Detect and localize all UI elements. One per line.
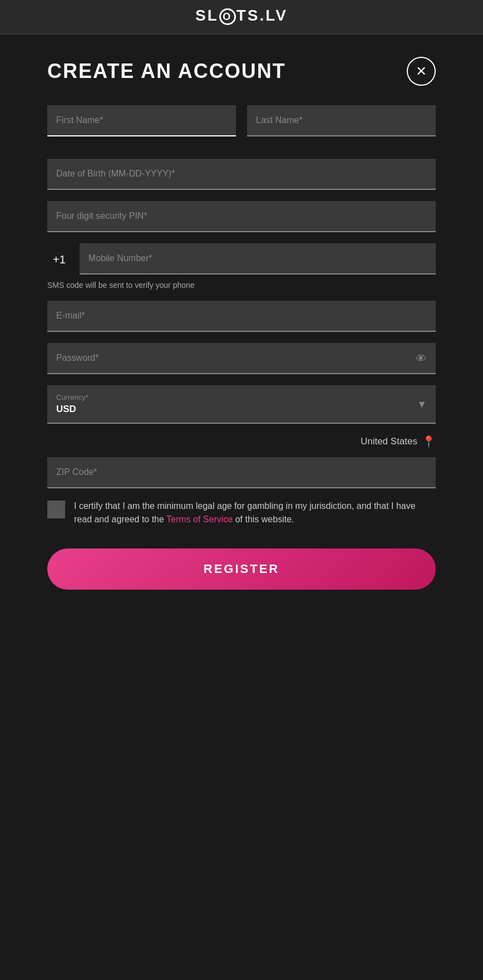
last-name-input[interactable]	[247, 105, 436, 136]
dob-input[interactable]	[47, 159, 436, 190]
age-certification-label: I certify that I am the minimum legal ag…	[74, 499, 436, 526]
location-pin-icon: 📍	[422, 435, 436, 448]
form-header: CREATE AN ACCOUNT	[47, 57, 436, 86]
mobile-group	[80, 243, 436, 275]
location-row: United States 📍	[47, 435, 436, 448]
first-name-group	[47, 105, 236, 136]
location-text: United States	[361, 436, 417, 447]
dob-group	[47, 159, 436, 190]
password-group: 👁	[47, 343, 436, 374]
checkbox-text-after: of this website.	[233, 514, 294, 524]
password-input[interactable]	[47, 343, 436, 374]
last-name-group	[247, 105, 436, 136]
terms-of-service-link[interactable]: Terms of Service	[166, 514, 233, 524]
site-header: SLOTS.LV	[0, 0, 483, 35]
pin-input[interactable]	[47, 201, 436, 232]
country-code: +1	[47, 243, 71, 276]
zip-input[interactable]	[47, 457, 436, 488]
currency-group: Currency* USD ▼	[47, 385, 436, 424]
registration-form-container: CREATE AN ACCOUNT +1 SMS code will be se…	[0, 35, 483, 623]
logo-o: O	[219, 8, 236, 25]
mobile-input[interactable]	[80, 243, 436, 275]
email-group	[47, 301, 436, 332]
phone-row: +1	[47, 243, 436, 276]
currency-label: Currency*	[56, 393, 427, 401]
chevron-down-icon: ▼	[417, 399, 427, 410]
first-name-input[interactable]	[47, 105, 236, 136]
close-button[interactable]	[407, 57, 436, 86]
site-logo: SLOTS.LV	[0, 7, 483, 25]
form-title: CREATE AN ACCOUNT	[47, 60, 286, 83]
toggle-password-icon[interactable]: 👁	[416, 352, 427, 365]
zip-group	[47, 457, 436, 488]
currency-value: USD	[56, 404, 76, 414]
currency-select[interactable]: Currency* USD	[47, 385, 436, 424]
age-certification-row: I certify that I am the minimum legal ag…	[47, 499, 436, 526]
age-certification-checkbox[interactable]	[47, 501, 65, 518]
email-input[interactable]	[47, 301, 436, 332]
register-button[interactable]: REGISTER	[47, 548, 436, 590]
name-row	[47, 105, 436, 148]
sms-hint: SMS code will be sent to verify your pho…	[47, 281, 436, 290]
pin-group	[47, 201, 436, 232]
